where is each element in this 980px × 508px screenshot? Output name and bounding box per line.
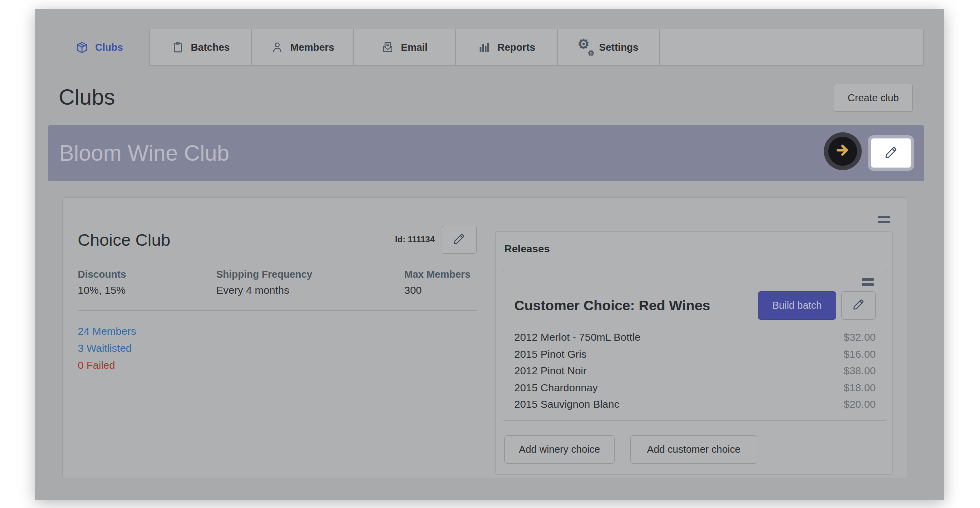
- tab-settings[interactable]: ⚙⚙ Settings: [558, 29, 660, 66]
- wine-name: 2012 Merlot - 750mL Bottle: [514, 329, 641, 346]
- create-club-button[interactable]: Create club: [834, 84, 913, 112]
- field-label: Shipping Frequency: [216, 269, 404, 280]
- tab-label: Members: [290, 42, 334, 53]
- bar-chart-icon: [478, 41, 491, 54]
- pencil-icon: [852, 298, 866, 313]
- club-card: Choice Club Id: 111134 Dis: [62, 197, 908, 478]
- waitlisted-link[interactable]: 3 Waitlisted: [78, 340, 477, 357]
- wine-row: 2012 Merlot - 750mL Bottle $32.00: [514, 329, 876, 346]
- club-card-title: Choice Club: [78, 230, 170, 250]
- release-title: Customer Choice: Red Wines: [514, 298, 710, 314]
- club-fields: Discounts 10%, 15% Shipping Frequency Ev…: [78, 269, 477, 296]
- field-label: Max Members: [404, 269, 470, 280]
- pencil-icon: [884, 145, 898, 161]
- wine-name: 2015 Chardonnay: [514, 379, 598, 396]
- tab-label: Email: [401, 42, 428, 53]
- members-link[interactable]: 24 Members: [78, 323, 477, 340]
- tab-reports[interactable]: Reports: [456, 29, 558, 66]
- wine-row: 2015 Pinot Gris $16.00: [514, 346, 876, 363]
- build-batch-button[interactable]: Build batch: [758, 291, 836, 320]
- selected-club-name: Bloom Wine Club: [60, 141, 230, 166]
- wine-name: 2015 Pinot Gris: [514, 346, 587, 363]
- club-links: 24 Members 3 Waitlisted 0 Failed: [78, 323, 477, 374]
- add-customer-choice-button[interactable]: Add customer choice: [630, 435, 758, 464]
- app-window: Clubs Batches Members: [36, 9, 944, 500]
- click-indicator: [824, 132, 862, 170]
- tab-members[interactable]: Members: [252, 29, 354, 66]
- divider: [78, 310, 477, 311]
- pencil-icon: [453, 232, 466, 248]
- wine-list: 2012 Merlot - 750mL Bottle $32.00 2015 P…: [514, 329, 876, 413]
- arrow-right-icon: [835, 142, 851, 160]
- edit-club-details-button[interactable]: [442, 226, 477, 254]
- wine-price: $38.00: [844, 362, 876, 379]
- tabbar-filler: [660, 29, 924, 66]
- email-icon: [382, 41, 394, 54]
- wine-row: 2015 Chardonnay $18.00: [514, 379, 876, 396]
- wine-name: 2012 Pinot Noir: [514, 362, 587, 379]
- field-value: Every 4 months: [216, 284, 404, 296]
- tab-label: Settings: [600, 42, 639, 53]
- person-icon: [271, 41, 284, 54]
- tab-clubs[interactable]: Clubs: [48, 29, 150, 66]
- field-value: 300: [404, 284, 470, 296]
- wine-row: 2015 Sauvignon Blanc $20.00: [514, 396, 876, 413]
- page-title: Clubs: [59, 85, 116, 110]
- field-value: 10%, 15%: [78, 284, 216, 296]
- clipboard-icon: [172, 41, 184, 54]
- edit-club-button-spotlight[interactable]: [871, 138, 912, 168]
- add-winery-choice-button[interactable]: Add winery choice: [504, 435, 615, 464]
- tab-email[interactable]: Email: [354, 29, 456, 66]
- club-id: Id: 111134: [396, 235, 435, 245]
- selected-club-row[interactable]: Bloom Wine Club: [48, 125, 924, 181]
- failed-link[interactable]: 0 Failed: [78, 357, 477, 374]
- main-tabbar: Clubs Batches Members: [48, 29, 924, 66]
- click-indicator-inner: [828, 137, 858, 166]
- tab-batches[interactable]: Batches: [150, 29, 252, 66]
- club-info-section: Choice Club Id: 111134 Dis: [78, 198, 477, 374]
- gears-icon: ⚙⚙: [579, 40, 593, 54]
- releases-panel: Releases Customer Choice: Red Wines Buil…: [496, 231, 893, 475]
- release-card: Customer Choice: Red Wines Build batch: [503, 270, 888, 421]
- drag-handle-icon[interactable]: [878, 216, 890, 223]
- tab-label: Clubs: [96, 42, 124, 53]
- tab-label: Batches: [191, 42, 230, 53]
- wine-price: $18.00: [844, 379, 876, 396]
- wine-price: $16.00: [844, 346, 876, 363]
- wine-name: 2015 Sauvignon Blanc: [514, 396, 620, 413]
- field-label: Discounts: [78, 269, 216, 280]
- package-icon: [76, 41, 89, 54]
- releases-heading: Releases: [504, 243, 550, 255]
- wine-row: 2012 Pinot Noir $38.00: [514, 362, 876, 379]
- tab-label: Reports: [498, 42, 536, 53]
- drag-handle-icon[interactable]: [862, 278, 874, 286]
- edit-release-button[interactable]: [842, 291, 876, 320]
- wine-price: $32.00: [844, 329, 876, 346]
- wine-price: $20.00: [844, 396, 876, 413]
